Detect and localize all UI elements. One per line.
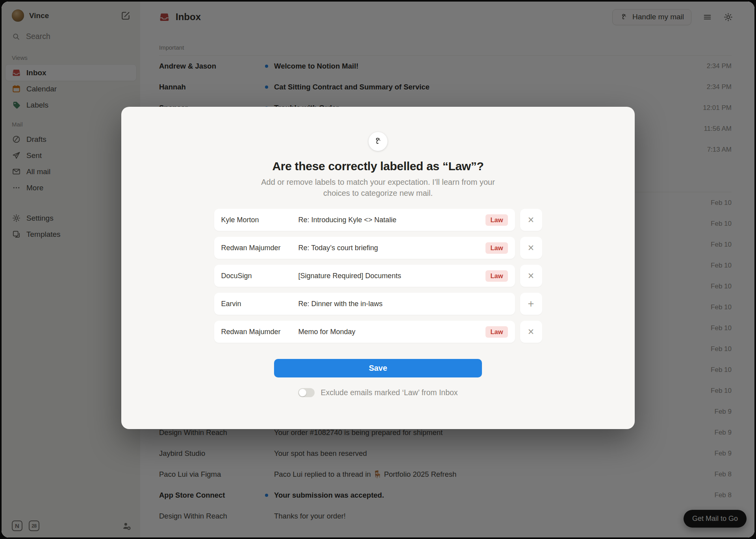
modal-mail-card[interactable]: Redwan Majumder Re: Today’s court briefi… [214, 237, 515, 259]
modal-rows: Kyle Morton Re: Introducing Kyle <> Nata… [214, 209, 542, 343]
modal-mail-card[interactable]: Kyle Morton Re: Introducing Kyle <> Nata… [214, 209, 515, 231]
remove-label-button[interactable]: × [520, 237, 542, 259]
modal-mail-row: Kyle Morton Re: Introducing Kyle <> Nata… [214, 209, 542, 231]
remove-label-button[interactable]: × [520, 209, 542, 231]
mail-subject: [Signature Required] Documents [298, 272, 486, 280]
mail-sender: Redwan Majumder [221, 328, 298, 336]
mail-subject: Re: Today’s court briefing [298, 244, 486, 252]
add-label-button[interactable]: + [520, 293, 542, 315]
modal-mail-card[interactable]: Redwan Majumder Memo for Monday Law [214, 321, 515, 343]
save-button[interactable]: Save [274, 359, 482, 377]
exclude-toggle-label: Exclude emails marked ‘Law’ from Inbox [321, 388, 458, 397]
mail-sender: DocuSign [221, 272, 298, 280]
modal-mail-row: Earvin Re: Dinner with the in-laws + [214, 293, 542, 315]
lasso-icon [369, 132, 387, 151]
app-window: Vince Search Views Inbox [2, 2, 754, 537]
modal-mail-row: Redwan Majumder Memo for Monday Law × [214, 321, 542, 343]
mail-sender: Redwan Majumder [221, 244, 298, 252]
dialog-title: Are these correctly labelled as “Law”? [272, 160, 484, 173]
modal-mail-card[interactable]: Earvin Re: Dinner with the in-laws [214, 293, 515, 315]
mail-sender: Earvin [221, 300, 298, 308]
mail-subject: Memo for Monday [298, 328, 486, 336]
modal-mail-row: DocuSign [Signature Required] Documents … [214, 265, 542, 287]
exclude-toggle-row: Exclude emails marked ‘Law’ from Inbox [298, 388, 458, 397]
mail-subject: Re: Dinner with the in-laws [298, 300, 508, 308]
modal-mail-card[interactable]: DocuSign [Signature Required] Documents … [214, 265, 515, 287]
mail-subject: Re: Introducing Kyle <> Natalie [298, 216, 486, 224]
dialog-subtitle: Add or remove labels to match your expec… [250, 177, 506, 199]
exclude-toggle[interactable] [298, 388, 315, 397]
remove-label-button[interactable]: × [520, 265, 542, 287]
toggle-knob [299, 389, 306, 396]
modal-mail-row: Redwan Majumder Re: Today’s court briefi… [214, 237, 542, 259]
label-badge: Law [485, 242, 508, 254]
mail-sender: Kyle Morton [221, 216, 298, 224]
label-badge: Law [485, 326, 508, 338]
label-confirmation-dialog: Are these correctly labelled as “Law”? A… [121, 107, 635, 429]
label-badge: Law [485, 270, 508, 282]
remove-label-button[interactable]: × [520, 321, 542, 343]
label-badge: Law [485, 214, 508, 226]
